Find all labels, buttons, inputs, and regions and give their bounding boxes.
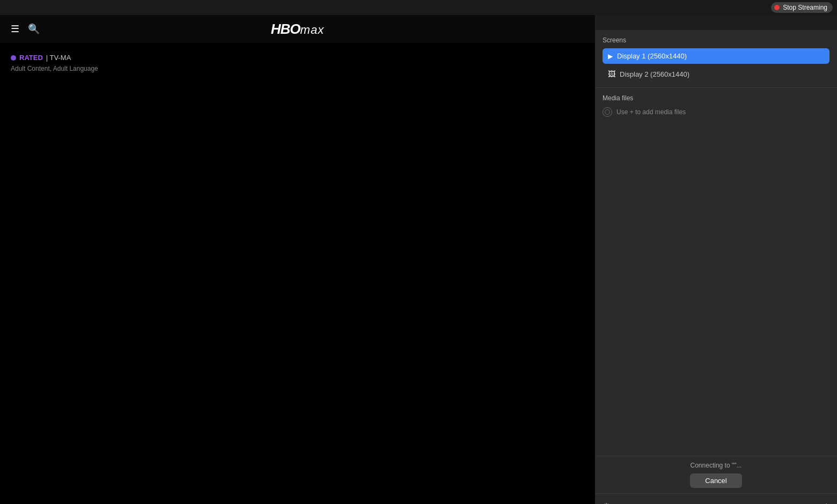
media-files-section: Media files Use + to add media files xyxy=(595,87,837,117)
media-files-label: Media files xyxy=(603,94,829,102)
circle-inner xyxy=(605,109,610,115)
rated-dot xyxy=(11,55,16,61)
right-panel-toolbar: ⚙ ◕ ⌄ + xyxy=(595,493,837,504)
settings-gear-button[interactable]: ⚙ xyxy=(603,501,610,504)
panel-spacer xyxy=(595,117,837,456)
screens-section: Screens ▶ Display 1 (2560x1440) 🖼 Displa… xyxy=(595,30,837,82)
hbomax-logo: HBOmax xyxy=(271,21,325,38)
stop-streaming-label: Stop Streaming xyxy=(783,4,827,11)
right-panel: Screens ▶ Display 1 (2560x1440) 🖼 Displa… xyxy=(595,15,837,504)
main-layout: ☰ 🔍 HBOmax RATED | TV-MA Adult Content, … xyxy=(0,15,837,504)
display-2-label: Display 2 (2560x1440) xyxy=(620,70,689,78)
display-1-label: Display 1 (2560x1440) xyxy=(617,52,687,60)
cancel-button[interactable]: Cancel xyxy=(690,473,741,488)
system-bar: Stop Streaming xyxy=(0,0,837,15)
screens-label: Screens xyxy=(603,36,829,44)
hbomax-area: ☰ 🔍 HBOmax RATED | TV-MA Adult Content, … xyxy=(0,15,595,504)
connecting-section: Connecting to ""... Cancel xyxy=(595,456,837,493)
content-area: RATED | TV-MA Adult Content, Adult Langu… xyxy=(0,43,595,504)
rated-label: RATED xyxy=(19,54,43,62)
max-word: max xyxy=(300,23,325,36)
add-media-files-text: Use + to add media files xyxy=(616,108,686,116)
rated-badge: RATED | TV-MA xyxy=(11,54,584,62)
hbomax-navbar: ☰ 🔍 HBOmax xyxy=(0,15,595,43)
airplay-button[interactable]: ◕ ⌄ xyxy=(804,502,818,505)
display-2-item[interactable]: 🖼 Display 2 (2560x1440) xyxy=(603,66,829,82)
hbo-word: HBO xyxy=(271,21,300,37)
play-icon: ▶ xyxy=(608,53,613,60)
recording-indicator xyxy=(774,5,780,10)
search-icon[interactable]: 🔍 xyxy=(28,23,40,35)
stop-streaming-button[interactable]: Stop Streaming xyxy=(771,2,833,13)
display-1-item[interactable]: ▶ Display 1 (2560x1440) xyxy=(603,48,829,64)
monitor-icon: 🖼 xyxy=(608,70,615,78)
right-panel-top-bar xyxy=(595,15,837,30)
adult-content-description: Adult Content, Adult Language xyxy=(11,65,584,72)
tv-ma-rating: | TV-MA xyxy=(46,54,71,62)
connecting-status-text: Connecting to ""... xyxy=(691,462,742,469)
add-media-circle-button[interactable] xyxy=(603,107,612,117)
airplay-icon: ◕ xyxy=(804,502,811,505)
menu-icon[interactable]: ☰ xyxy=(11,23,19,35)
add-button[interactable]: + xyxy=(823,500,829,504)
add-media-files-row: Use + to add media files xyxy=(603,107,829,117)
